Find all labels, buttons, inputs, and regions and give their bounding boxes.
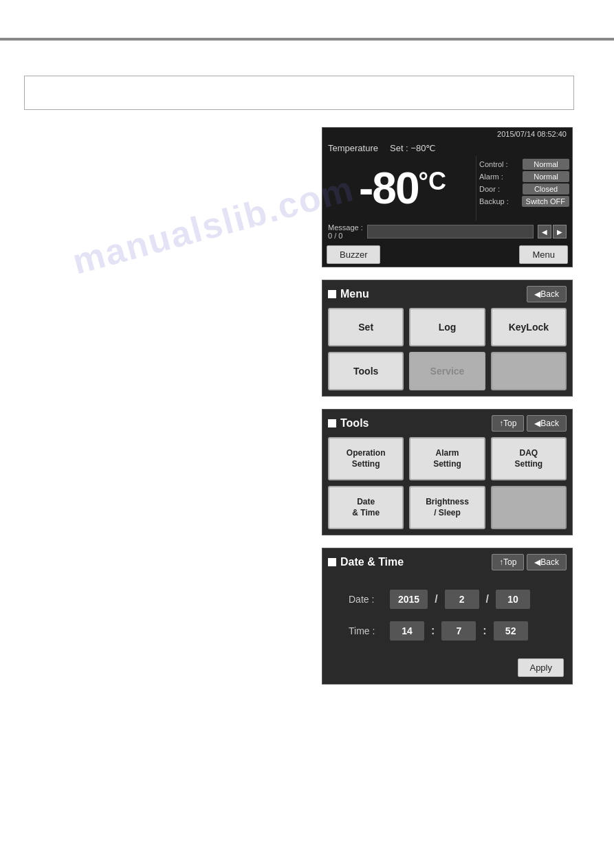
message-field <box>367 225 534 238</box>
tools-empty-button <box>491 486 567 529</box>
buzzer-button[interactable]: Buzzer <box>327 245 380 264</box>
temp-set: Set : −80℃ <box>390 143 436 153</box>
tools-operation-setting-button[interactable]: OperationSetting <box>328 437 404 480</box>
main-content-row: -80 °C Control : Normal Alarm : Normal D… <box>322 156 572 221</box>
apply-button[interactable]: Apply <box>518 658 564 677</box>
tools-header: Tools ↑Top ◀Back <box>328 415 567 432</box>
tools-grid: OperationSetting AlarmSetting DAQSetting… <box>328 437 567 529</box>
tools-daq-setting-button[interactable]: DAQSetting <box>491 437 567 480</box>
panel-menu: Menu ◀Back Set Log KeyLock Tools Service <box>322 280 573 397</box>
time-minute-value: 7 <box>441 621 476 641</box>
top-border <box>0 38 614 41</box>
alarm-value: Normal <box>523 171 569 182</box>
tools-btn-group: ↑Top ◀Back <box>492 415 567 432</box>
time-hour-value: 14 <box>390 621 424 641</box>
temp-header-row: Temperature Set : −80℃ <box>322 140 572 156</box>
date-sep2: / <box>486 593 489 605</box>
date-sep1: / <box>435 593 437 605</box>
datetime-top-button[interactable]: ↑Top <box>492 554 524 570</box>
bottom-btn-row: Buzzer Menu <box>322 243 572 267</box>
date-label: Date : <box>349 594 383 605</box>
date-year-value: 2015 <box>390 590 428 609</box>
nav-left-button[interactable]: ◀ <box>538 225 551 238</box>
panel-main: 2015/07/14 08:52:40 Temperature Set : −8… <box>322 127 573 267</box>
menu-title-text: Menu <box>340 288 369 300</box>
tools-back-button[interactable]: ◀Back <box>527 415 567 432</box>
menu-button[interactable]: Menu <box>519 245 568 264</box>
tools-brightness-sleep-button[interactable]: Brightness/ Sleep <box>409 486 485 529</box>
panel-datetime: Date & Time ↑Top ◀Back Date : 2015 / 2 /… <box>322 548 573 685</box>
message-row: Message : 0 / 0 ◀ ▶ <box>322 221 572 243</box>
title-square-icon <box>328 290 336 298</box>
control-label: Control : <box>479 160 512 168</box>
message-count: 0 / 0 <box>328 232 342 240</box>
panel-tools: Tools ↑Top ◀Back OperationSetting AlarmS… <box>322 409 573 535</box>
menu-keylock-button[interactable]: KeyLock <box>491 308 567 346</box>
menu-title: Menu <box>328 288 369 300</box>
tools-date-time-button[interactable]: Date& Time <box>328 486 404 529</box>
tools-title-square-icon <box>328 419 336 427</box>
watermark: manualslib.com <box>68 171 344 282</box>
menu-header: Menu ◀Back <box>328 286 567 302</box>
panels-area: 2015/07/14 08:52:40 Temperature Set : −8… <box>322 127 573 697</box>
time-second-value: 52 <box>494 621 528 641</box>
temp-unit: °C <box>419 167 446 196</box>
alarm-label: Alarm : <box>479 173 512 181</box>
door-label: Door : <box>479 185 512 193</box>
backup-row: Backup : Switch OFF <box>479 196 569 207</box>
tools-title-text: Tools <box>340 417 369 430</box>
status-grid: Control : Normal Alarm : Normal Door : C… <box>476 156 572 221</box>
menu-log-button[interactable]: Log <box>409 308 485 346</box>
tools-top-button[interactable]: ↑Top <box>492 415 524 432</box>
datetime-header: Date & Time ↑Top ◀Back <box>328 554 567 570</box>
backup-label: Backup : <box>479 197 512 205</box>
menu-tools-button[interactable]: Tools <box>328 352 404 390</box>
datetime-title-text: Date & Time <box>340 556 404 568</box>
door-row: Door : Closed <box>479 183 569 194</box>
time-sep1: : <box>431 625 435 637</box>
page-container: manualslib.com 2015/07/14 08:52:40 Tempe… <box>0 0 614 868</box>
datetime-content: Date : 2015 / 2 / 10 Time : 14 : 7 : 52 <box>328 576 567 654</box>
message-label: Message : <box>328 223 363 232</box>
date-row: Date : 2015 / 2 / 10 <box>349 590 546 609</box>
nav-arrows: ◀ ▶ <box>538 225 567 238</box>
datetime-title: Date & Time <box>328 556 404 568</box>
datetime-display: 2015/07/14 08:52:40 <box>322 128 572 140</box>
menu-grid: Set Log KeyLock Tools Service <box>328 308 567 390</box>
nav-right-button[interactable]: ▶ <box>553 225 567 238</box>
control-row: Control : Normal <box>479 159 569 170</box>
menu-service-button[interactable]: Service <box>409 352 485 390</box>
time-row: Time : 14 : 7 : 52 <box>349 621 546 641</box>
menu-set-button[interactable]: Set <box>328 308 404 346</box>
apply-row: Apply <box>328 654 567 678</box>
tools-title: Tools <box>328 417 369 430</box>
temp-label: Temperature <box>328 143 390 153</box>
backup-value: Switch OFF <box>522 196 569 207</box>
date-month-value: 2 <box>445 590 479 609</box>
alarm-row: Alarm : Normal <box>479 171 569 182</box>
temp-display-area: -80 °C <box>322 156 476 221</box>
menu-back-button[interactable]: ◀Back <box>527 286 567 302</box>
datetime-btn-group: ↑Top ◀Back <box>492 554 567 570</box>
door-value: Closed <box>523 183 569 194</box>
date-day-value: 10 <box>496 590 530 609</box>
big-temperature: -80 <box>359 163 419 214</box>
tools-alarm-setting-button[interactable]: AlarmSetting <box>409 437 485 480</box>
menu-empty-button <box>491 352 567 390</box>
control-value: Normal <box>523 159 569 170</box>
datetime-title-square-icon <box>328 558 336 566</box>
datetime-back-button[interactable]: ◀Back <box>527 554 567 570</box>
time-sep2: : <box>483 625 486 637</box>
header-box <box>24 76 574 110</box>
time-label: Time : <box>349 625 383 636</box>
